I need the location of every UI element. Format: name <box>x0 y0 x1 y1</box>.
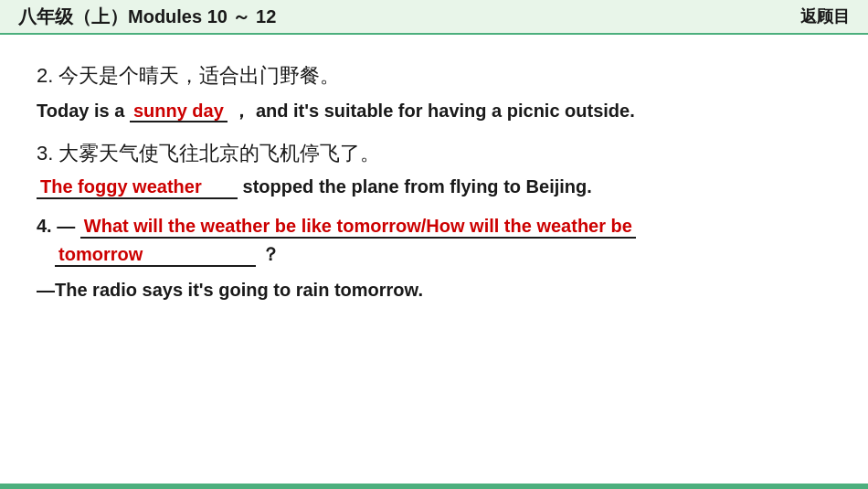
header-title: 八年级（上）Modules 10 ～ 12 <box>18 5 276 29</box>
q3-fill: The foggy weather <box>37 176 238 199</box>
bottom-bar <box>0 484 868 489</box>
q4-answer: —The radio says it's going to rain tomor… <box>37 280 831 301</box>
q4-line1: 4. — What will the weather be like tomor… <box>37 216 831 239</box>
question-2: 2. 今天是个晴天，适合出门野餐。 Today is a sunny day ，… <box>37 62 831 123</box>
q4-question-mark: ？ <box>261 244 280 264</box>
back-button[interactable]: 返顾目 <box>800 5 850 27</box>
q4-fill-line2: tomorrow <box>55 244 256 267</box>
question-3: 3. 大雾天气使飞往北京的飞机停飞了。 The foggy weather st… <box>37 140 831 199</box>
header: 八年级（上）Modules 10 ～ 12 返顾目 <box>0 0 868 35</box>
q2-before: Today is a <box>37 101 124 121</box>
q4-prefix: 4. — <box>37 216 75 237</box>
q3-english: The foggy weather stopped the plane from… <box>37 176 831 199</box>
q3-chinese: 3. 大雾天气使飞往北京的飞机停飞了。 <box>37 140 831 167</box>
question-4: 4. — What will the weather be like tomor… <box>37 216 831 267</box>
q2-chinese: 2. 今天是个晴天，适合出门野餐。 <box>37 62 831 90</box>
q2-after: ， and it's suitable for having a picnic … <box>232 101 634 121</box>
q2-fill: sunny day <box>130 101 228 122</box>
q4-fill-line1: What will the weather be like tomorrow/H… <box>80 216 636 239</box>
main-content: 2. 今天是个晴天，适合出门野餐。 Today is a sunny day ，… <box>0 35 868 319</box>
q4-line2: tomorrow ？ <box>37 242 831 267</box>
q2-english: Today is a sunny day ， and it's suitable… <box>37 99 831 123</box>
q3-after: stopped the plane from flying to Beijing… <box>243 176 592 197</box>
